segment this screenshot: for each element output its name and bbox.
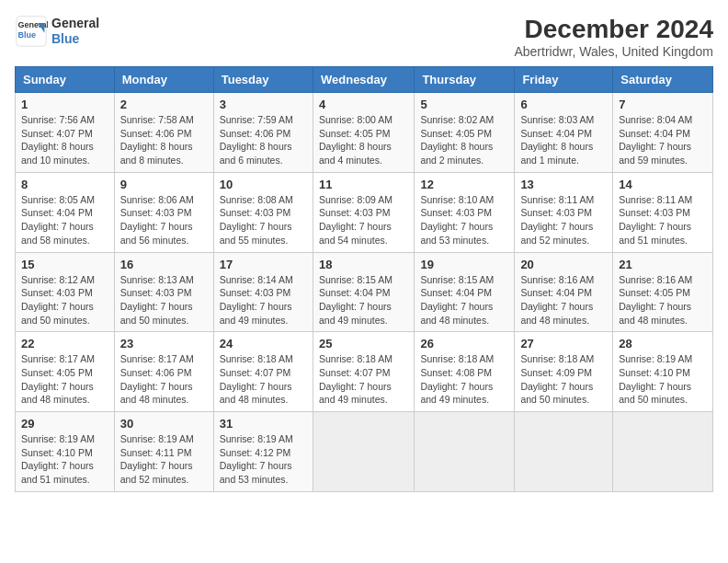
day-info: Sunrise: 8:19 AMSunset: 4:10 PMDaylight:… [21, 432, 108, 487]
calendar-cell: 9Sunrise: 8:06 AMSunset: 4:03 PMDaylight… [114, 172, 213, 252]
weekday-header-wednesday: Wednesday [313, 67, 414, 93]
day-info: Sunrise: 8:19 AMSunset: 4:11 PMDaylight:… [120, 432, 208, 487]
day-number: 4 [319, 98, 408, 111]
day-info: Sunrise: 8:02 AMSunset: 4:05 PMDaylight:… [420, 113, 508, 167]
calendar-cell: 16Sunrise: 8:13 AMSunset: 4:03 PMDayligh… [114, 252, 213, 332]
day-number: 30 [120, 417, 208, 431]
calendar-cell: 31Sunrise: 8:19 AMSunset: 4:12 PMDayligh… [213, 412, 313, 492]
day-number: 23 [120, 337, 208, 350]
day-number: 15 [21, 258, 108, 271]
calendar-cell: 17Sunrise: 8:14 AMSunset: 4:03 PMDayligh… [213, 252, 313, 332]
day-info: Sunrise: 8:16 AMSunset: 4:05 PMDaylight:… [619, 273, 707, 327]
day-number: 6 [520, 98, 607, 111]
calendar-cell: 20Sunrise: 8:16 AMSunset: 4:04 PMDayligh… [515, 252, 613, 332]
day-number: 24 [220, 337, 307, 350]
day-info: Sunrise: 8:17 AMSunset: 4:05 PMDaylight:… [21, 352, 108, 407]
day-info: Sunrise: 8:19 AMSunset: 4:10 PMDaylight:… [619, 352, 707, 407]
calendar-cell: 10Sunrise: 8:08 AMSunset: 4:03 PMDayligh… [213, 172, 313, 252]
day-number: 31 [220, 417, 307, 431]
calendar-cell [515, 412, 613, 492]
day-number: 7 [619, 98, 707, 111]
calendar-cell: 18Sunrise: 8:15 AMSunset: 4:04 PMDayligh… [313, 252, 414, 332]
calendar-cell [415, 412, 515, 492]
calendar-header: SundayMondayTuesdayWednesdayThursdayFrid… [16, 67, 713, 93]
day-number: 26 [420, 337, 508, 350]
calendar-week-3: 15Sunrise: 8:12 AMSunset: 4:03 PMDayligh… [16, 252, 713, 332]
day-number: 9 [120, 178, 208, 191]
day-number: 1 [21, 98, 108, 111]
day-number: 10 [220, 178, 307, 191]
calendar-cell: 19Sunrise: 8:15 AMSunset: 4:04 PMDayligh… [415, 252, 515, 332]
day-info: Sunrise: 8:15 AMSunset: 4:04 PMDaylight:… [319, 273, 408, 327]
day-number: 11 [319, 178, 408, 191]
page-title: December 2024 [514, 15, 713, 44]
calendar-cell: 15Sunrise: 8:12 AMSunset: 4:03 PMDayligh… [16, 252, 115, 332]
day-number: 19 [420, 258, 508, 271]
calendar-week-5: 29Sunrise: 8:19 AMSunset: 4:10 PMDayligh… [16, 412, 713, 492]
title-block: December 2024 Abertridwr, Wales, United … [514, 15, 713, 59]
day-number: 5 [420, 98, 508, 111]
day-info: Sunrise: 8:03 AMSunset: 4:04 PMDaylight:… [520, 113, 607, 167]
calendar-cell: 28Sunrise: 8:19 AMSunset: 4:10 PMDayligh… [613, 332, 713, 412]
calendar-cell: 30Sunrise: 8:19 AMSunset: 4:11 PMDayligh… [114, 412, 213, 492]
calendar-cell: 2Sunrise: 7:58 AMSunset: 4:06 PMDaylight… [114, 93, 213, 173]
day-number: 17 [220, 258, 307, 271]
day-number: 22 [21, 337, 108, 350]
calendar-cell: 1Sunrise: 7:56 AMSunset: 4:07 PMDaylight… [16, 93, 115, 173]
calendar-cell [313, 412, 414, 492]
calendar-cell: 24Sunrise: 8:18 AMSunset: 4:07 PMDayligh… [213, 332, 313, 412]
logo-icon: General Blue [15, 15, 48, 48]
day-info: Sunrise: 8:18 AMSunset: 4:09 PMDaylight:… [520, 352, 607, 407]
calendar-cell: 29Sunrise: 8:19 AMSunset: 4:10 PMDayligh… [16, 412, 115, 492]
weekday-header-row: SundayMondayTuesdayWednesdayThursdayFrid… [16, 67, 713, 93]
calendar-body: 1Sunrise: 7:56 AMSunset: 4:07 PMDaylight… [16, 93, 713, 492]
weekday-header-saturday: Saturday [613, 67, 713, 93]
calendar-cell: 23Sunrise: 8:17 AMSunset: 4:06 PMDayligh… [114, 332, 213, 412]
calendar-cell: 5Sunrise: 8:02 AMSunset: 4:05 PMDaylight… [415, 93, 515, 173]
page-subtitle: Abertridwr, Wales, United Kingdom [514, 44, 713, 59]
day-number: 28 [619, 337, 707, 350]
day-number: 14 [619, 178, 707, 191]
day-info: Sunrise: 7:56 AMSunset: 4:07 PMDaylight:… [21, 113, 108, 167]
weekday-header-thursday: Thursday [415, 67, 515, 93]
calendar-cell: 6Sunrise: 8:03 AMSunset: 4:04 PMDaylight… [515, 93, 613, 173]
day-info: Sunrise: 7:58 AMSunset: 4:06 PMDaylight:… [120, 113, 208, 167]
day-info: Sunrise: 8:18 AMSunset: 4:07 PMDaylight:… [220, 352, 307, 407]
day-number: 27 [520, 337, 607, 350]
calendar-cell: 25Sunrise: 8:18 AMSunset: 4:07 PMDayligh… [313, 332, 414, 412]
day-number: 8 [21, 178, 108, 191]
day-info: Sunrise: 8:18 AMSunset: 4:07 PMDaylight:… [319, 352, 408, 407]
day-number: 13 [520, 178, 607, 191]
page-header: General Blue General Blue December 2024 … [15, 15, 713, 59]
calendar-week-1: 1Sunrise: 7:56 AMSunset: 4:07 PMDaylight… [16, 93, 713, 173]
weekday-header-sunday: Sunday [16, 67, 115, 93]
day-info: Sunrise: 8:16 AMSunset: 4:04 PMDaylight:… [520, 273, 607, 327]
logo: General Blue General Blue [15, 15, 99, 48]
weekday-header-friday: Friday [515, 67, 613, 93]
day-info: Sunrise: 7:59 AMSunset: 4:06 PMDaylight:… [220, 113, 307, 167]
weekday-header-tuesday: Tuesday [213, 67, 313, 93]
calendar-cell: 3Sunrise: 7:59 AMSunset: 4:06 PMDaylight… [213, 93, 313, 173]
calendar-cell: 26Sunrise: 8:18 AMSunset: 4:08 PMDayligh… [415, 332, 515, 412]
day-number: 29 [21, 417, 108, 431]
day-info: Sunrise: 8:11 AMSunset: 4:03 PMDaylight:… [520, 193, 607, 247]
calendar-cell: 22Sunrise: 8:17 AMSunset: 4:05 PMDayligh… [16, 332, 115, 412]
day-number: 20 [520, 258, 607, 271]
day-info: Sunrise: 8:19 AMSunset: 4:12 PMDaylight:… [220, 432, 307, 487]
calendar-cell: 11Sunrise: 8:09 AMSunset: 4:03 PMDayligh… [313, 172, 414, 252]
day-number: 2 [120, 98, 208, 111]
day-info: Sunrise: 8:04 AMSunset: 4:04 PMDaylight:… [619, 113, 707, 167]
calendar-cell: 13Sunrise: 8:11 AMSunset: 4:03 PMDayligh… [515, 172, 613, 252]
day-info: Sunrise: 8:08 AMSunset: 4:03 PMDaylight:… [220, 193, 307, 247]
day-info: Sunrise: 8:17 AMSunset: 4:06 PMDaylight:… [120, 352, 208, 407]
day-info: Sunrise: 8:15 AMSunset: 4:04 PMDaylight:… [420, 273, 508, 327]
calendar-cell: 8Sunrise: 8:05 AMSunset: 4:04 PMDaylight… [16, 172, 115, 252]
day-info: Sunrise: 8:00 AMSunset: 4:05 PMDaylight:… [319, 113, 408, 167]
calendar-cell [613, 412, 713, 492]
logo-text: General Blue [51, 16, 99, 47]
day-info: Sunrise: 8:14 AMSunset: 4:03 PMDaylight:… [220, 273, 307, 327]
calendar-cell: 12Sunrise: 8:10 AMSunset: 4:03 PMDayligh… [415, 172, 515, 252]
svg-text:Blue: Blue [18, 30, 37, 40]
day-number: 18 [319, 258, 408, 271]
calendar-cell: 4Sunrise: 8:00 AMSunset: 4:05 PMDaylight… [313, 93, 414, 173]
